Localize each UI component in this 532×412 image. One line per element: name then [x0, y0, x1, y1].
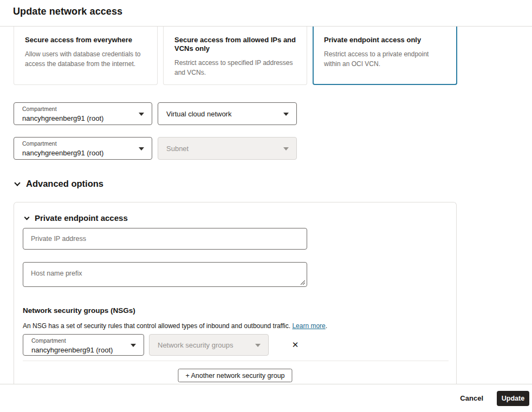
card-description: Restrict access to specified IP addresse…	[174, 58, 296, 77]
network-security-groups-select: Network security groups	[149, 334, 269, 356]
update-network-access-dialog: Update network access Secure access from…	[0, 0, 532, 412]
virtual-cloud-network-select[interactable]: Virtual cloud network	[158, 102, 297, 125]
select-placeholder: Network security groups	[158, 341, 233, 349]
subnet-select-row: Compartment nancyhgreenberg91 (root) Sub…	[14, 137, 297, 160]
select-placeholder: Virtual cloud network	[166, 110, 231, 118]
chevron-down-icon	[283, 147, 289, 151]
chevron-down-icon	[131, 344, 136, 347]
compartment-label: Compartment	[22, 140, 135, 147]
add-another-nsg-button[interactable]: + Another network security group	[178, 369, 292, 382]
vcn-compartment-select[interactable]: Compartment nancyhgreenberg91 (root)	[14, 102, 152, 125]
nsg-row-divider	[23, 361, 449, 361]
nsg-compartment-select[interactable]: Compartment nancyhgreenberg91 (root)	[23, 334, 144, 356]
close-icon: ✕	[292, 340, 299, 349]
advanced-options-toggle[interactable]: Advanced options	[15, 179, 103, 189]
nsg-selection-row: Compartment nancyhgreenberg91 (root) Net…	[23, 334, 300, 356]
nsg-section-description: An NSG has a set of security rules that …	[23, 322, 327, 330]
chevron-down-icon	[255, 344, 261, 347]
compartment-label: Compartment	[31, 337, 127, 344]
learn-more-link[interactable]: Learn more	[292, 322, 325, 330]
advanced-options-title: Advanced options	[26, 179, 103, 189]
remove-nsg-button[interactable]: ✕	[290, 340, 300, 350]
card-secure-access-everywhere[interactable]: Secure access from everywhere Allow user…	[14, 27, 158, 85]
chevron-down-icon	[283, 113, 289, 116]
host-name-prefix-textarea[interactable]	[23, 262, 307, 287]
nsg-section-heading: Network security groups (NSGs)	[23, 306, 135, 315]
cancel-button[interactable]: Cancel	[460, 394, 483, 402]
card-description: Restrict access to a private endpoint wi…	[324, 49, 446, 69]
nsg-description-text: An NSG has a set of security rules that …	[23, 322, 292, 330]
advanced-options-panel: Private endpoint access Network security…	[14, 202, 457, 384]
card-title: Secure access from everywhere	[25, 36, 146, 44]
card-title: Private endpoint access only	[324, 36, 446, 44]
page-title: Update network access	[13, 6, 122, 17]
vcn-select-row: Compartment nancyhgreenberg91 (root) Vir…	[14, 102, 297, 125]
dialog-footer: Cancel Update	[0, 384, 532, 412]
card-description: Allow users with database credentials to…	[25, 49, 146, 69]
chevron-down-icon	[14, 180, 20, 186]
host-name-prefix-field	[23, 262, 307, 287]
private-endpoint-access-title: Private endpoint access	[35, 213, 128, 223]
subnet-select: Subnet	[158, 137, 297, 160]
period-text: .	[326, 322, 327, 330]
compartment-label: Compartment	[22, 106, 135, 113]
subnet-compartment-select[interactable]: Compartment nancyhgreenberg91 (root)	[14, 137, 152, 160]
select-placeholder: Subnet	[166, 145, 189, 153]
compartment-value: nancyhgreenberg91 (root)	[22, 114, 135, 123]
chevron-down-icon	[24, 214, 30, 220]
card-secure-access-allowed-ips[interactable]: Secure access from allowed IPs and VCNs …	[163, 27, 307, 85]
update-button[interactable]: Update	[497, 391, 529, 406]
card-private-endpoint-only[interactable]: Private endpoint access only Restrict ac…	[313, 27, 457, 85]
private-endpoint-access-toggle[interactable]: Private endpoint access	[25, 213, 128, 223]
compartment-value: nancyhgreenberg91 (root)	[22, 148, 135, 158]
dialog-header: Update network access	[0, 0, 532, 27]
chevron-down-icon	[139, 147, 144, 151]
private-ip-address-input[interactable]	[23, 228, 307, 250]
card-title: Secure access from allowed IPs and VCNs …	[174, 36, 296, 53]
compartment-value: nancyhgreenberg91 (root)	[31, 345, 127, 355]
chevron-down-icon	[139, 113, 144, 116]
access-type-card-group: Secure access from everywhere Allow user…	[14, 27, 457, 85]
